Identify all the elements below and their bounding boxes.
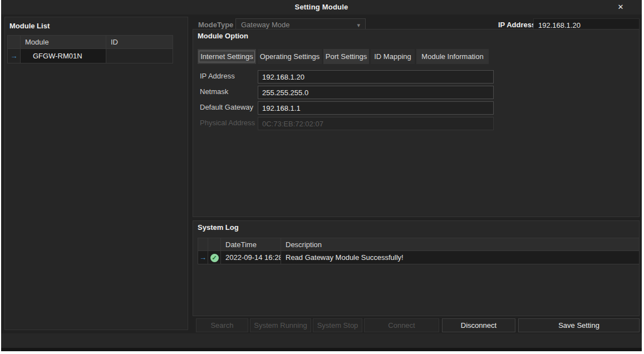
tab-internet-settings[interactable]: Internet Settings xyxy=(198,49,256,64)
option-tabs: Internet Settings Operating Settings Por… xyxy=(198,49,489,64)
search-button: Search xyxy=(196,318,248,332)
window-bottom-edge xyxy=(1,348,642,351)
status-cell: ✓ xyxy=(208,251,221,264)
default-gateway-field-label: Default Gateway xyxy=(200,103,253,111)
ip-address-label: IP Address xyxy=(498,21,535,29)
physical-address-field xyxy=(258,117,494,130)
module-list-header-row: Module ID xyxy=(7,35,173,49)
tab-operating-settings[interactable]: Operating Settings xyxy=(258,49,322,64)
system-log-table: DateTime Description → ✓ 2022-09-14 16:2… xyxy=(198,238,640,264)
id-column-header: ID xyxy=(106,35,173,49)
setting-module-window: Setting Module ✕ ModeType Gateway Mode ▾… xyxy=(1,0,642,351)
netmask-field-label: Netmask xyxy=(200,87,228,96)
modetype-label: ModeType xyxy=(198,21,233,29)
default-gateway-field[interactable] xyxy=(258,101,494,115)
datetime-cell: 2022-09-14 16:28:06 xyxy=(221,251,281,264)
row-indicator-header xyxy=(7,35,21,49)
log-row-indicator-header xyxy=(198,238,208,251)
ip-address-field-label: IP Address xyxy=(200,72,235,80)
field-row-ip-address: IP Address xyxy=(193,70,639,83)
field-row-default-gateway: Default Gateway xyxy=(193,101,639,115)
module-column-header: Module xyxy=(21,35,106,49)
row-pointer-icon: → xyxy=(198,251,208,264)
tab-id-mapping[interactable]: ID Mapping xyxy=(371,49,415,64)
modetype-value: Gateway Mode xyxy=(241,21,289,29)
datetime-column-header: DateTime xyxy=(221,238,281,251)
field-row-physical-address: Physical Address xyxy=(193,117,639,130)
description-cell: Read Gateway Module Successfully! xyxy=(281,251,640,264)
connect-button: Connect xyxy=(364,318,439,332)
window-title: Setting Module xyxy=(1,3,642,11)
physical-address-field-label: Physical Address xyxy=(200,119,255,127)
module-list-panel: Module List Module ID → GFGW-RM01N xyxy=(4,17,188,330)
system-log-title: System Log xyxy=(198,223,239,232)
netmask-field[interactable] xyxy=(258,86,494,99)
ip-address-field[interactable] xyxy=(258,70,494,83)
tab-port-settings[interactable]: Port Settings xyxy=(323,49,369,64)
close-icon[interactable]: ✕ xyxy=(615,2,626,12)
module-option-title: Module Option xyxy=(198,32,248,40)
save-setting-button[interactable]: Save Setting xyxy=(518,318,640,332)
title-bar: Setting Module ✕ xyxy=(1,0,642,14)
module-list-title: Module List xyxy=(9,22,50,30)
row-pointer-icon: → xyxy=(7,49,21,63)
system-stop-button: System Stop xyxy=(313,318,362,332)
description-column-header: Description xyxy=(281,238,640,251)
module-option-group: Module Option Internet Settings Operatin… xyxy=(193,29,640,217)
module-name-cell[interactable]: GFGW-RM01N xyxy=(21,49,106,63)
status-bar xyxy=(1,333,642,348)
table-row[interactable]: → GFGW-RM01N xyxy=(7,49,173,63)
table-row[interactable]: → ✓ 2022-09-14 16:28:06 Read Gateway Mod… xyxy=(198,251,640,264)
module-list-table: Module ID → GFGW-RM01N xyxy=(7,35,173,63)
disconnect-button[interactable]: Disconnect xyxy=(442,318,515,332)
system-running-button: System Running xyxy=(250,318,311,332)
system-log-group: System Log DateTime Description → ✓ 2022… xyxy=(193,220,640,316)
field-row-netmask: Netmask xyxy=(193,86,639,99)
module-id-cell[interactable] xyxy=(106,49,173,63)
success-check-icon: ✓ xyxy=(210,254,219,262)
log-status-header xyxy=(208,238,221,251)
tab-module-information[interactable]: Module Information xyxy=(416,49,489,64)
system-log-header-row: DateTime Description xyxy=(198,238,640,251)
